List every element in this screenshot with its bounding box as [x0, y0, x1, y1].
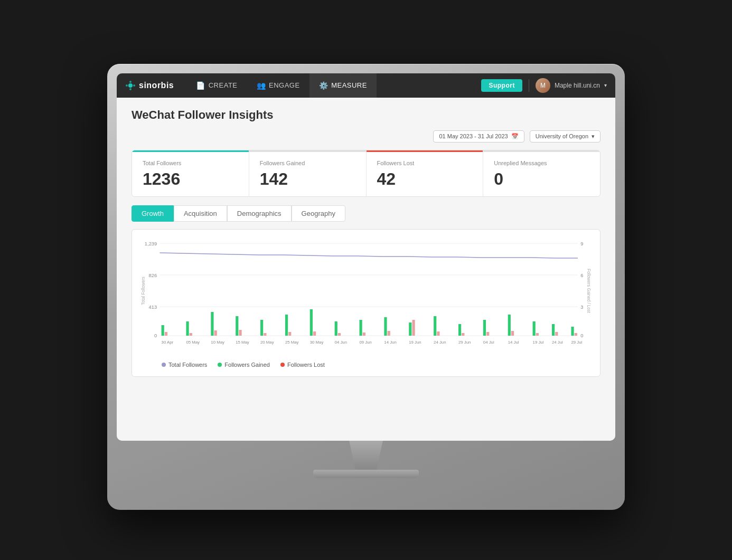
svg-rect-21 [211, 312, 213, 336]
followers-gained-card: Followers Gained 142 [249, 150, 367, 196]
unreplied-card: Unreplied Messages 0 [483, 150, 600, 196]
svg-text:9: 9 [580, 241, 583, 246]
user-name: Maple hill.uni.cn [555, 82, 600, 89]
svg-rect-49 [552, 324, 555, 336]
svg-text:04 Jun: 04 Jun [335, 340, 347, 345]
followers-lost-card: Followers Lost 42 [367, 150, 484, 196]
svg-rect-23 [236, 316, 238, 336]
svg-rect-27 [285, 315, 288, 336]
svg-rect-43 [483, 320, 486, 336]
svg-point-4 [133, 84, 135, 87]
svg-text:04 Jul: 04 Jul [483, 340, 494, 345]
svg-rect-19 [186, 321, 189, 336]
svg-point-3 [126, 84, 128, 87]
legend-followers-gained: Followers Gained [218, 362, 270, 368]
measure-icon: ⚙️ [319, 81, 329, 90]
svg-rect-51 [571, 327, 574, 336]
org-name: University of Oregon [536, 133, 588, 139]
svg-text:1,239: 1,239 [145, 241, 157, 246]
chevron-down-icon: ▾ [604, 82, 607, 88]
svg-text:15 May: 15 May [236, 340, 249, 345]
svg-text:09 Jun: 09 Jun [360, 340, 372, 345]
svg-rect-48 [536, 333, 539, 336]
date-range-text: 01 May 2023 - 31 Jul 2023 [439, 133, 508, 139]
followers-gained-value: 142 [260, 169, 355, 189]
monitor-bezel: sinorbis 📄 CREATE 👥 ENGAGE ⚙️ MEASURE [117, 73, 615, 441]
svg-rect-33 [360, 320, 362, 336]
total-followers-dot [162, 363, 166, 367]
monitor-stand-neck [345, 441, 387, 470]
tab-acquisition[interactable]: Acquisition [174, 205, 227, 222]
followers-lost-dot [280, 363, 285, 367]
monitor-stand-base [313, 470, 419, 478]
svg-rect-45 [508, 315, 511, 336]
support-button[interactable]: Support [481, 79, 522, 92]
page-title: WeChat Follower Insights [132, 108, 600, 122]
svg-rect-47 [533, 321, 536, 336]
svg-rect-50 [555, 332, 558, 336]
tabs-row: Growth Acquisition Demographics Geograph… [132, 205, 600, 222]
logo-area: sinorbis [125, 80, 174, 91]
svg-text:14 Jun: 14 Jun [384, 340, 396, 345]
svg-text:29 Jun: 29 Jun [458, 340, 471, 345]
svg-rect-39 [434, 316, 436, 336]
user-area[interactable]: M Maple hill.uni.cn ▾ [536, 78, 607, 93]
tab-geography[interactable]: Geography [292, 205, 345, 222]
svg-text:14 Jul: 14 Jul [508, 340, 519, 345]
svg-rect-40 [437, 331, 439, 336]
svg-text:3: 3 [580, 305, 583, 310]
svg-rect-41 [458, 324, 461, 336]
tab-growth[interactable]: Growth [132, 205, 174, 222]
followers-gained-dot [218, 363, 222, 367]
svg-text:05 May: 05 May [186, 340, 200, 345]
followers-gained-label: Followers Gained [260, 160, 355, 166]
svg-rect-36 [388, 331, 390, 336]
svg-text:413: 413 [149, 305, 157, 310]
screen: sinorbis 📄 CREATE 👥 ENGAGE ⚙️ MEASURE [117, 73, 615, 441]
chart-legend: Total Followers Followers Gained Followe… [140, 362, 592, 368]
svg-rect-28 [288, 332, 291, 336]
date-range-button[interactable]: 01 May 2023 - 31 Jul 2023 📅 [433, 130, 524, 143]
total-followers-card: Total Followers 1236 [132, 150, 249, 196]
svg-text:Followers Gained / Lost: Followers Gained / Lost [586, 269, 591, 314]
nav-create-label: CREATE [209, 81, 238, 89]
svg-text:0: 0 [154, 333, 157, 338]
svg-rect-32 [338, 333, 341, 336]
svg-text:29 Jul: 29 Jul [571, 340, 582, 345]
svg-text:19 Jul: 19 Jul [533, 340, 544, 345]
svg-point-0 [128, 83, 133, 88]
svg-rect-34 [363, 333, 365, 336]
lost-card-line [367, 150, 483, 152]
svg-rect-25 [260, 320, 263, 336]
svg-rect-26 [264, 333, 266, 336]
svg-rect-18 [165, 332, 167, 336]
nav-divider [529, 79, 529, 92]
legend-gained-label: Followers Gained [224, 362, 270, 368]
svg-text:30 May: 30 May [310, 340, 324, 345]
svg-rect-35 [384, 317, 387, 336]
legend-total-label: Total Followers [168, 362, 207, 368]
monitor-outer: sinorbis 📄 CREATE 👥 ENGAGE ⚙️ MEASURE [107, 64, 625, 510]
svg-point-1 [129, 81, 132, 83]
org-selector[interactable]: University of Oregon ▾ [530, 130, 600, 143]
sinorbis-logo-icon [125, 80, 136, 91]
unreplied-card-line [483, 150, 600, 152]
nav-right: Support M Maple hill.uni.cn ▾ [481, 78, 607, 93]
main-content: WeChat Follower Insights 01 May 2023 - 3… [117, 98, 615, 441]
svg-text:24 Jun: 24 Jun [434, 340, 446, 345]
svg-rect-38 [412, 320, 415, 336]
create-icon: 📄 [196, 81, 205, 90]
followers-lost-label: Followers Lost [377, 160, 473, 166]
nav-engage-label: ENGAGE [269, 81, 300, 89]
total-followers-value: 1236 [143, 169, 238, 189]
nav-measure[interactable]: ⚙️ MEASURE [309, 73, 377, 98]
chart-container: 1,239 826 413 0 9 6 3 0 [132, 229, 600, 377]
nav-engage[interactable]: 👥 ENGAGE [247, 73, 309, 98]
navbar: sinorbis 📄 CREATE 👥 ENGAGE ⚙️ MEASURE [117, 73, 615, 98]
tab-demographics[interactable]: Demographics [227, 205, 292, 222]
legend-lost-label: Followers Lost [287, 362, 325, 368]
avatar: M [536, 78, 550, 93]
svg-text:19 Jun: 19 Jun [409, 340, 421, 345]
followers-lost-value: 42 [377, 169, 473, 189]
nav-create[interactable]: 📄 CREATE [186, 73, 247, 98]
